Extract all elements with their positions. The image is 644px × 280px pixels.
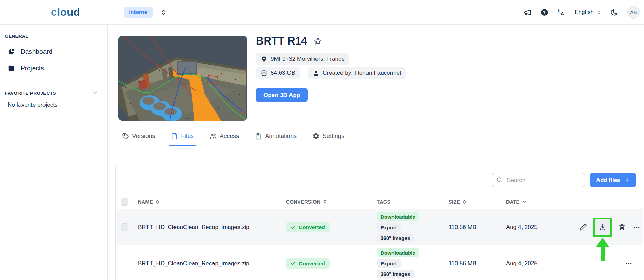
conversion-status-badge: Converted bbox=[286, 222, 330, 232]
tab-settings[interactable]: Settings bbox=[312, 132, 344, 146]
more-button[interactable] bbox=[624, 259, 633, 268]
favorites-header[interactable]: FAVORITE PROJECTS bbox=[4, 89, 103, 96]
column-header-tags[interactable]: TAGS bbox=[377, 199, 449, 205]
location-badge: 9MF9+32 Morvilliers, France bbox=[256, 53, 349, 65]
column-header-date[interactable]: DATE bbox=[506, 199, 579, 205]
page-title: BRTT R14 bbox=[256, 35, 307, 47]
column-label: TAGS bbox=[377, 199, 390, 205]
tag-pill: Downloadable bbox=[377, 248, 419, 257]
search-input[interactable] bbox=[492, 173, 585, 187]
add-files-label: Add files bbox=[596, 177, 620, 183]
tab-access[interactable]: Access bbox=[209, 132, 239, 146]
svg-text:ẋ: ẋ bbox=[558, 9, 560, 13]
file-size: 110.56 MB bbox=[449, 260, 506, 267]
project-thumbnail bbox=[118, 36, 247, 121]
dark-mode-icon[interactable] bbox=[610, 8, 618, 16]
announcements-icon[interactable] bbox=[523, 8, 531, 16]
column-header-name[interactable]: NAME bbox=[138, 199, 286, 205]
user-icon bbox=[313, 70, 319, 76]
download-button[interactable] bbox=[595, 219, 610, 235]
table-row[interactable]: BRTT_HD_CleanClean_Recap_images.zip Conv… bbox=[116, 245, 643, 280]
pie-chart-icon bbox=[8, 48, 15, 56]
size-text: 54.63 GB bbox=[271, 70, 295, 76]
tabs-bar: VersionsFilesAccessAnnotationsSettings bbox=[115, 132, 644, 146]
language-selector[interactable]: English bbox=[575, 9, 601, 16]
gear-icon bbox=[312, 133, 320, 140]
tab-label: Access bbox=[220, 133, 239, 140]
download-icon bbox=[599, 223, 606, 231]
search-icon bbox=[496, 176, 503, 183]
sort-both-icon bbox=[323, 199, 328, 204]
column-label: NAME bbox=[138, 199, 153, 205]
workspace-badge[interactable]: Interne bbox=[124, 7, 153, 18]
sidebar-item-label: Projects bbox=[21, 64, 44, 72]
delete-button[interactable] bbox=[618, 223, 627, 232]
tag-pill: 360° Images bbox=[377, 234, 414, 242]
column-header-conversion[interactable]: CONVERSION bbox=[286, 199, 377, 205]
edit-button[interactable] bbox=[579, 223, 588, 232]
tab-annotations[interactable]: Annotations bbox=[255, 132, 296, 146]
tag-pill: Downloadable bbox=[377, 212, 419, 221]
language-label: English bbox=[575, 9, 594, 16]
sidebar-section-general: GENERAL bbox=[5, 34, 103, 39]
main-content: BRTT R14 9MF9+32 Morvilliers, France 54.… bbox=[108, 25, 644, 280]
map-pin-icon bbox=[261, 56, 267, 62]
pencil-icon bbox=[579, 223, 587, 231]
sort-both-icon bbox=[462, 199, 467, 204]
folder-icon bbox=[8, 64, 15, 72]
row-checkbox[interactable] bbox=[121, 223, 128, 231]
help-icon[interactable]: ? bbox=[540, 8, 549, 16]
tag-pill: Export bbox=[377, 259, 401, 268]
add-files-button[interactable]: Add files bbox=[590, 173, 636, 187]
avatar[interactable]: AB bbox=[627, 6, 640, 19]
tag-pill: 360° Images bbox=[377, 270, 414, 278]
table-header-row: NAMECONVERSIONTAGSSIZEDATE bbox=[116, 194, 643, 209]
database-icon bbox=[261, 70, 267, 76]
favorite-star-icon[interactable] bbox=[313, 37, 322, 46]
more-icon bbox=[625, 260, 632, 267]
open-3d-app-button[interactable]: Open 3D App bbox=[256, 88, 308, 102]
sidebar-item-dashboard[interactable]: Dashboard bbox=[4, 44, 103, 60]
size-badge: 54.63 GB bbox=[256, 67, 300, 79]
file-icon bbox=[171, 133, 178, 140]
column-header-size[interactable]: SIZE bbox=[449, 199, 506, 205]
svg-text:?: ? bbox=[543, 10, 546, 15]
sidebar-divider bbox=[5, 82, 102, 82]
annotation-arrow bbox=[596, 238, 609, 261]
column-label: CONVERSION bbox=[286, 199, 321, 205]
row-actions bbox=[579, 218, 644, 237]
file-date: Aug 4, 2025 bbox=[506, 260, 579, 267]
tag-pill: Export bbox=[377, 223, 401, 232]
table-row[interactable]: BRTT_HD_CleanClean_Recap_images.zip Conv… bbox=[116, 209, 643, 245]
tab-files[interactable]: Files bbox=[171, 132, 194, 146]
file-name: BRTT_HD_CleanClean_Recap_images.zip bbox=[138, 260, 286, 267]
tab-label: Annotations bbox=[265, 133, 296, 140]
files-panel: Add files NAMECONVERSIONTAGSSIZEDATE BRT… bbox=[115, 164, 643, 280]
tab-label: Files bbox=[181, 133, 194, 140]
file-date: Aug 4, 2025 bbox=[506, 224, 579, 231]
plus-icon bbox=[624, 177, 630, 183]
column-label: DATE bbox=[506, 199, 520, 205]
table-body: BRTT_HD_CleanClean_Recap_images.zip Conv… bbox=[116, 209, 643, 280]
chevron-down-icon bbox=[92, 89, 99, 96]
trash-icon bbox=[618, 223, 626, 231]
workspace-switcher-icon[interactable] bbox=[160, 9, 167, 16]
select-all-checkbox[interactable] bbox=[121, 198, 128, 206]
tags-list: DownloadableExport360° Images bbox=[377, 212, 449, 242]
clipboard-icon bbox=[255, 133, 262, 140]
sort-both-icon bbox=[155, 199, 160, 204]
location-text: 9MF9+32 Morvilliers, France bbox=[271, 56, 345, 62]
topbar: cloud Interne ? ẋA English AB bbox=[0, 0, 644, 25]
sidebar-item-projects[interactable]: Projects bbox=[4, 60, 103, 76]
tab-versions[interactable]: Versions bbox=[122, 132, 155, 146]
topbar-actions: ? ẋA English AB bbox=[523, 6, 644, 19]
row-actions bbox=[579, 259, 643, 268]
tags-list: DownloadableExport360° Images bbox=[377, 248, 449, 278]
chevron-updown-icon bbox=[596, 9, 601, 15]
creator-text: Created by: Florian Fauconnet bbox=[323, 70, 401, 76]
more-button[interactable] bbox=[632, 223, 641, 232]
sort-desc-icon bbox=[522, 199, 527, 204]
creator-badge: Created by: Florian Fauconnet bbox=[308, 67, 406, 79]
svg-text:A: A bbox=[561, 11, 564, 16]
translate-icon[interactable]: ẋA bbox=[557, 8, 566, 16]
